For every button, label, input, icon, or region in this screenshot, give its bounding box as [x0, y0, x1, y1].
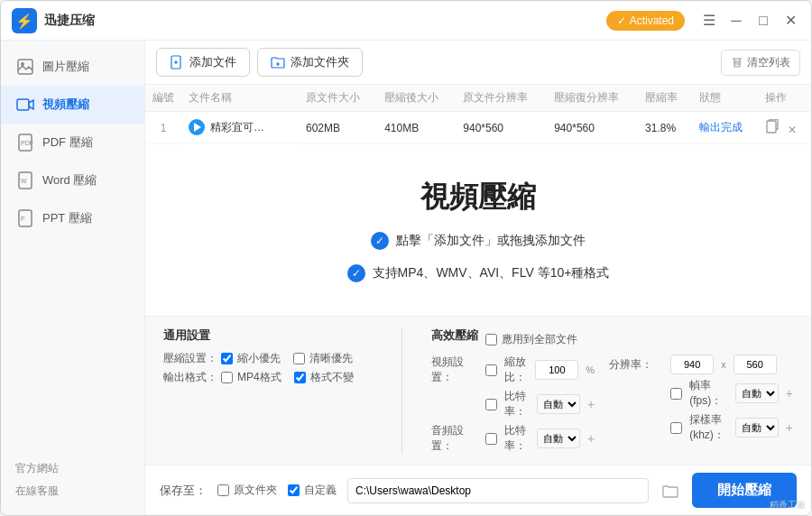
- keep-format-checkbox[interactable]: [294, 372, 306, 383]
- activated-badge: ✓ Activated: [606, 11, 685, 31]
- col-ratio: 壓縮率: [638, 85, 692, 112]
- audio-bitrate-checkbox[interactable]: [485, 433, 497, 445]
- advanced-settings: 高效壓縮 應用到全部文件 視頻設置：: [431, 327, 793, 454]
- clear-list-button[interactable]: 清空列表: [721, 50, 800, 76]
- support-link[interactable]: 在線客服: [15, 484, 130, 499]
- toolbar: 添加文件 添加文件夾 清空列表: [145, 41, 811, 85]
- resolution-label: 分辨率：: [609, 357, 663, 373]
- video-label: 視頻設置：: [431, 355, 478, 385]
- min-priority-checkbox[interactable]: [221, 353, 233, 364]
- apply-all-item[interactable]: 應用到全部文件: [485, 332, 577, 347]
- center-area: 視頻壓縮 ✓ 點擊「添加文件」或拖拽添加文件 ✓ 支持MP4、WMV、AVI、F…: [145, 144, 811, 316]
- audio-plus[interactable]: +: [587, 431, 595, 446]
- sidebar-item-image[interactable]: 圖片壓縮: [1, 48, 144, 86]
- sidebar-label-image: 圖片壓縮: [42, 59, 89, 75]
- close-button[interactable]: ✕: [780, 11, 800, 31]
- sidebar-footer: 官方網站 在線客服: [1, 452, 144, 508]
- audio-bitrate-select[interactable]: 自動: [537, 428, 580, 448]
- minimize-button[interactable]: ─: [726, 11, 746, 31]
- table-header-row: 編號 文件名稱 原文件大小 壓縮後大小 原文件分辨率 壓縮復分辨率 壓縮率 狀態…: [145, 85, 811, 112]
- cell-orig-size: 602MB: [299, 112, 377, 144]
- general-settings: 通用設置 壓縮設置： 縮小優先 清晰優先: [163, 327, 373, 454]
- sample-select[interactable]: 自動: [735, 418, 779, 438]
- fps-checkbox[interactable]: [670, 388, 682, 400]
- sample-plus[interactable]: +: [786, 420, 793, 435]
- add-folder-button[interactable]: 添加文件夾: [257, 48, 363, 77]
- feature-2-text: 支持MP4、WMV、AVI、FLV 等10+種格式: [373, 265, 610, 281]
- file-table: 編號 文件名稱 原文件大小 壓縮後大小 原文件分辨率 壓縮復分辨率 壓縮率 狀態…: [145, 85, 811, 144]
- mp4-format-label: MP4格式: [237, 370, 281, 385]
- window-controls: ☰ ─ □ ✕: [699, 11, 800, 31]
- original-folder-checkbox[interactable]: [217, 484, 229, 496]
- cell-id: 1: [145, 112, 181, 144]
- menu-button[interactable]: ☰: [699, 11, 719, 31]
- sidebar-item-word[interactable]: W Word 壓縮: [1, 161, 144, 199]
- cell-orig-res: 940*560: [456, 112, 547, 144]
- delete-row-icon[interactable]: ✕: [788, 124, 797, 136]
- fps-label: 幀率(fps)：: [689, 378, 728, 409]
- mp4-format-checkbox[interactable]: [221, 372, 233, 383]
- mp4-format-item[interactable]: MP4格式: [221, 370, 281, 385]
- scale-unit: %: [586, 364, 595, 375]
- compress-label: 壓縮設置：: [163, 351, 217, 366]
- output-label: 輸出格式：: [163, 370, 217, 385]
- add-file-icon: [170, 55, 184, 69]
- sidebar-label-word: Word 壓縮: [42, 172, 97, 189]
- general-settings-title: 通用設置: [163, 327, 373, 344]
- add-folder-icon: [271, 55, 285, 69]
- sidebar-item-pdf[interactable]: PDF PDF 壓縮: [1, 124, 144, 161]
- apply-all-checkbox[interactable]: [485, 334, 497, 346]
- bitrate-plus[interactable]: +: [587, 397, 595, 411]
- check-circle-2: ✓: [347, 264, 365, 282]
- sample-label: 採樣率(khz)：: [689, 412, 728, 443]
- bottom-bar: 保存至： 原文件夾 自定義 開始壓縮: [145, 465, 811, 515]
- sample-row: 採樣率(khz)： 自動 +: [609, 412, 793, 443]
- cell-comp-size: 410MB: [377, 112, 456, 144]
- settings-divider: [401, 327, 402, 454]
- custom-folder-checkbox[interactable]: [288, 484, 300, 496]
- maximize-button[interactable]: □: [753, 11, 773, 31]
- sidebar-item-video[interactable]: 視頻壓縮: [1, 86, 144, 124]
- scale-input[interactable]: [535, 360, 578, 380]
- app-logo: ⚡: [12, 8, 37, 33]
- clear-priority-item[interactable]: 清晰優先: [293, 351, 353, 366]
- fps-row: 幀率(fps)： 自動 +: [609, 378, 793, 409]
- apply-all-label: 應用到全部文件: [502, 332, 577, 347]
- col-name: 文件名稱: [181, 85, 299, 112]
- fps-plus[interactable]: +: [786, 386, 793, 401]
- cell-comp-res: 940*560: [547, 112, 638, 144]
- feature-2: ✓ 支持MP4、WMV、AVI、FLV 等10+種格式: [347, 264, 610, 282]
- col-status: 狀態: [692, 85, 758, 112]
- res-width-input[interactable]: [670, 355, 714, 374]
- video-scale-checkbox[interactable]: [485, 364, 497, 376]
- resolution-row: 分辨率： x: [609, 355, 793, 374]
- clear-priority-label: 清晰優先: [309, 351, 353, 366]
- clear-priority-checkbox[interactable]: [293, 353, 305, 364]
- file-action-icon[interactable]: [765, 124, 782, 136]
- original-folder-label: 原文件夾: [234, 483, 277, 498]
- image-icon: [15, 57, 35, 77]
- bitrate-select[interactable]: 自動: [537, 394, 580, 414]
- browse-folder-button[interactable]: [660, 480, 681, 502]
- min-priority-label: 縮小優先: [237, 351, 281, 366]
- clear-list-label: 清空列表: [747, 55, 790, 70]
- keep-format-item[interactable]: 格式不變: [294, 370, 354, 385]
- activated-text: Activated: [630, 14, 674, 27]
- video-icon: [15, 95, 35, 115]
- cell-actions[interactable]: ✕: [758, 112, 811, 144]
- svg-rect-4: [17, 99, 29, 110]
- res-height-input[interactable]: [734, 355, 777, 374]
- min-priority-item[interactable]: 縮小優先: [221, 351, 281, 366]
- fps-select[interactable]: 自動: [735, 383, 779, 403]
- ppt-icon: P: [15, 208, 35, 228]
- bitrate-checkbox[interactable]: [485, 399, 497, 410]
- sidebar-item-ppt[interactable]: P PPT 壓縮: [1, 199, 144, 237]
- add-file-button[interactable]: 添加文件: [156, 48, 250, 77]
- sample-checkbox[interactable]: [670, 422, 682, 434]
- save-label: 保存至：: [160, 483, 207, 499]
- save-path-input[interactable]: [347, 478, 649, 503]
- svg-rect-2: [18, 60, 32, 74]
- website-link[interactable]: 官方網站: [15, 461, 130, 476]
- custom-folder-item[interactable]: 自定義: [288, 483, 337, 498]
- original-folder-item[interactable]: 原文件夾: [217, 483, 277, 498]
